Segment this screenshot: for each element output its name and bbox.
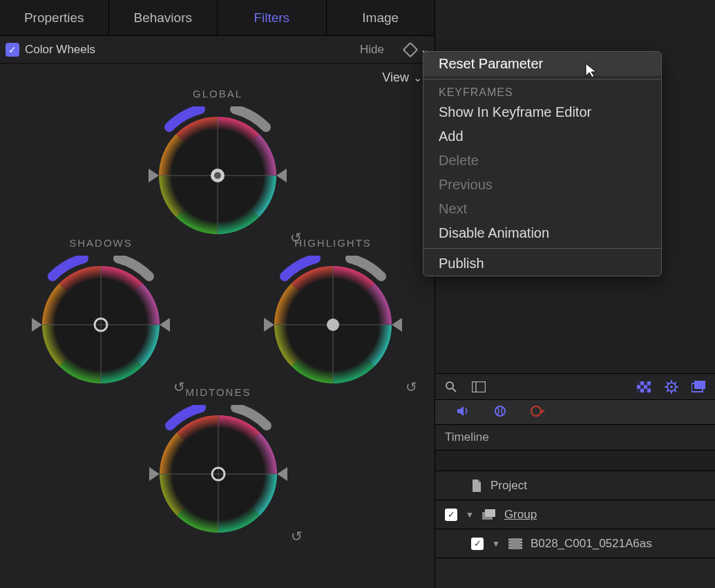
tab-properties[interactable]: Properties [0, 0, 109, 35]
audio-icon[interactable] [456, 405, 470, 419]
svg-rect-51 [520, 539, 522, 540]
timeline-item-project[interactable]: Project [435, 471, 715, 500]
svg-rect-54 [520, 547, 522, 549]
checker-icon[interactable] [636, 379, 651, 395]
tab-filters[interactable]: Filters [218, 0, 327, 35]
svg-rect-53 [520, 544, 522, 546]
timeline-toolbar-2 [435, 400, 715, 425]
svg-rect-50 [508, 547, 511, 549]
menu-item-show-in-keyframe-editor[interactable]: Show In Keyframe Editor [423, 100, 661, 124]
keyframe-diamond-icon[interactable] [403, 41, 419, 57]
svg-rect-24 [640, 385, 644, 388]
timeline-item-label: Project [490, 479, 527, 493]
timeline-header: Timeline [435, 425, 715, 451]
film-icon [508, 538, 522, 549]
color-wheel-global[interactable]: GLOBAL [135, 88, 301, 245]
svg-rect-26 [637, 388, 640, 392]
svg-rect-19 [473, 381, 486, 392]
svg-rect-22 [637, 381, 640, 385]
timeline-toolbar [435, 374, 715, 400]
svg-point-12 [327, 319, 339, 331]
search-icon[interactable] [444, 379, 459, 395]
filter-enabled-checkbox[interactable]: ✓ [6, 43, 19, 57]
inspector-panel: Properties Behaviors Filters Image ✓ Col… [0, 0, 435, 588]
tab-image[interactable]: Image [327, 0, 435, 35]
record-keyframe-icon[interactable] [531, 404, 546, 420]
svg-rect-23 [644, 381, 647, 385]
tab-behaviors[interactable]: Behaviors [109, 0, 218, 35]
chevron-down-icon: ⌄ [413, 71, 422, 84]
timeline-item-label: B028_C001_0521A6as [531, 537, 652, 551]
svg-rect-27 [644, 388, 647, 392]
menu-item-delete: Delete [423, 149, 661, 173]
svg-line-34 [667, 382, 669, 384]
visibility-checkbox[interactable]: ✓ [445, 509, 457, 521]
svg-line-36 [675, 382, 677, 384]
disclosure-triangle-icon[interactable]: ▼ [492, 539, 500, 549]
disclosure-triangle-icon[interactable]: ▼ [466, 510, 474, 520]
stack-icon[interactable] [692, 379, 707, 395]
menu-item-reset-parameter[interactable]: Reset Parameter [423, 52, 661, 76]
svg-rect-48 [508, 542, 511, 543]
svg-rect-49 [508, 544, 511, 546]
menu-item-publish[interactable]: Publish [423, 252, 661, 276]
wheel-label-global: GLOBAL [135, 88, 301, 99]
parameter-context-menu: Reset Parameter KEYFRAMES Show In Keyfra… [423, 51, 662, 276]
svg-line-18 [452, 388, 456, 392]
menu-separator [423, 248, 661, 249]
wheel-label-midtones: MIDTONES [135, 386, 301, 398]
inspector-tabs: Properties Behaviors Filters Image [0, 0, 435, 36]
svg-point-29 [670, 386, 673, 388]
filter-title: Color Wheels [25, 43, 360, 57]
wheel-label-highlights: HIGHLIGHTS [250, 237, 416, 249]
color-wheels-area: GLOBAL [0, 88, 435, 588]
undo-icon[interactable]: ↺ [406, 379, 417, 395]
view-label: View [382, 70, 409, 85]
menu-item-next: Next [423, 197, 661, 221]
layers-icon [482, 509, 496, 520]
visibility-checkbox[interactable]: ✓ [471, 538, 484, 550]
gear-icon[interactable] [664, 379, 679, 395]
menu-item-disable-animation[interactable]: Disable Animation [423, 221, 661, 245]
menu-item-add[interactable]: Add [423, 124, 661, 149]
svg-point-40 [495, 406, 505, 416]
svg-rect-39 [694, 381, 705, 389]
layout-icon[interactable] [471, 379, 486, 395]
color-wheel-highlights[interactable]: HIGHLIGHTS [250, 237, 416, 394]
menu-separator [423, 79, 661, 79]
hide-button[interactable]: Hide [360, 43, 384, 57]
color-wheel-midtones[interactable]: MIDTONES [135, 386, 301, 543]
menu-item-previous: Previous [423, 173, 661, 197]
svg-point-17 [446, 382, 453, 389]
svg-rect-43 [485, 509, 495, 517]
timeline-panel: Timeline Project ✓ ▼ Group ✓ ▼ [435, 373, 715, 588]
svg-rect-52 [520, 542, 522, 543]
timeline-item-label: Group [504, 508, 537, 522]
svg-rect-47 [508, 539, 511, 540]
svg-line-35 [675, 390, 677, 392]
undo-icon[interactable]: ↺ [291, 528, 303, 544]
svg-line-37 [667, 390, 669, 392]
document-icon [471, 480, 482, 492]
svg-point-4 [214, 172, 221, 179]
view-dropdown[interactable]: View ⌄ [0, 64, 435, 88]
filter-header-row: ✓ Color Wheels Hide ⌄ [0, 36, 435, 64]
timeline-item-clip[interactable]: ✓ ▼ B028_C001_0521A6as [435, 529, 715, 558]
svg-rect-25 [647, 385, 651, 388]
behavior-gear-icon[interactable] [493, 404, 507, 420]
wheel-label-shadows: SHADOWS [18, 237, 184, 249]
color-wheel-shadows[interactable]: SHADOWS [18, 237, 184, 394]
timeline-spacer [435, 451, 715, 471]
svg-point-41 [531, 406, 541, 416]
timeline-item-group[interactable]: ✓ ▼ Group [435, 500, 715, 529]
menu-heading-keyframes: KEYFRAMES [423, 82, 661, 100]
